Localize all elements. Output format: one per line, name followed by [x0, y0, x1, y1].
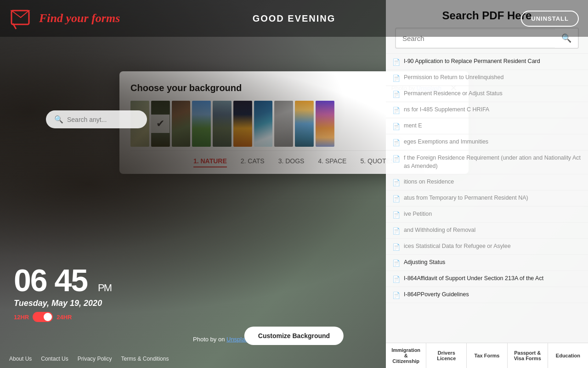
clock-date-bold: May 19, 2020	[51, 299, 102, 308]
greeting-text: GOOD EVENING	[253, 13, 336, 24]
bottom-tab[interactable]: Immigration & Citizenship	[386, 343, 426, 368]
logo-icon	[9, 6, 34, 31]
pdf-doc-icon: 📄	[392, 91, 400, 98]
clock-hours: 06	[14, 263, 47, 298]
toggle-knob	[44, 313, 52, 321]
pdf-item-text: itions on Residence	[404, 178, 454, 186]
pdf-item-text: eges Exemptions and Immunities	[404, 138, 488, 146]
svg-marker-1	[11, 11, 29, 17]
footer-link[interactable]: Privacy Policy	[78, 356, 112, 362]
pdf-list-item[interactable]: 📄 I-90 Application to Replace Permanent …	[386, 54, 588, 70]
pdf-item-text: Adjusting Status	[404, 259, 445, 267]
pdf-list-item[interactable]: 📄 Adjusting Status	[386, 255, 588, 271]
pdf-list-item[interactable]: 📄 ment E	[386, 118, 588, 134]
pdf-list-item[interactable]: 📄 ices Statistical Data for Refugee or A…	[386, 239, 588, 255]
left-search-bar: 🔍	[46, 110, 147, 128]
footer-link[interactable]: Terms & Conditions	[121, 356, 169, 362]
pdf-doc-icon: 📄	[392, 179, 400, 186]
clock-area: 06 45 PM Tuesday, May 19, 2020 12HR 24HR	[14, 264, 111, 322]
bottom-tab[interactable]: Passport & Visa Forms	[508, 343, 548, 368]
pdf-doc-icon: 📄	[392, 195, 400, 202]
pdf-doc-icon: 📄	[392, 243, 400, 251]
pdf-doc-icon: 📄	[392, 75, 400, 82]
footer: About UsContact UsPrivacy PolicyTerms & …	[0, 350, 386, 368]
left-search-icon: 🔍	[54, 115, 63, 124]
pdf-doc-icon: 📄	[392, 211, 400, 218]
pdf-doc-icon: 📄	[392, 139, 400, 146]
pdf-doc-icon: 📄	[392, 155, 400, 162]
photo-credit-bottom: Photo by on Unsplash	[193, 336, 251, 343]
pdf-item-text: f the Foreign Residence Requirement (und…	[404, 154, 582, 170]
clock-day: Tuesday,	[14, 299, 49, 308]
pdf-item-text: ive Petition	[404, 210, 432, 218]
photo-credit-text: Photo by on	[193, 336, 226, 343]
bottom-tab[interactable]: Drivers Licence	[426, 343, 467, 368]
pdf-item-text: ices Statistical Data for Refugee or Asy…	[404, 242, 511, 251]
pdf-doc-icon: 📄	[392, 276, 400, 283]
pdf-doc-icon: 📄	[392, 259, 400, 267]
pdf-item-text: ns for I-485 Supplement C HRIFA	[404, 106, 489, 114]
label-12hr: 12HR	[14, 314, 29, 321]
logo-text: Find your forms	[39, 12, 120, 25]
pdf-list-item[interactable]: 📄 and Withholding of Removal	[386, 223, 588, 239]
customize-background-button[interactable]: Customize Background	[244, 327, 344, 345]
bottom-tab[interactable]: Tax Forms	[467, 343, 507, 368]
pdf-list-item[interactable]: 📄 ive Petition	[386, 207, 588, 223]
right-panel: Search PDF Here 🔍 📄 I-90 Application to …	[386, 0, 588, 368]
clock-date: Tuesday, May 19, 2020	[14, 299, 111, 308]
pdf-list-item[interactable]: 📄 ns for I-485 Supplement C HRIFA	[386, 102, 588, 118]
footer-link[interactable]: Contact Us	[41, 356, 68, 362]
pdf-item-text: Permission to Return to Unrelinquished	[404, 74, 503, 82]
pdf-list-item[interactable]: 📄 atus from Temporary to Permanent Resid…	[386, 190, 588, 207]
pdf-doc-icon: 📄	[392, 107, 400, 114]
pdf-list-item[interactable]: 📄 f the Foreign Residence Requirement (u…	[386, 150, 588, 174]
clock-toggle: 12HR 24HR	[14, 312, 111, 322]
label-24hr: 24HR	[57, 314, 72, 321]
pdf-doc-icon: 📄	[392, 292, 400, 299]
clock-time: 06 45 PM	[14, 264, 111, 296]
pdf-item-text: ment E	[404, 122, 422, 130]
pdf-list-item[interactable]: 📄 Permission to Return to Unrelinquished	[386, 70, 588, 86]
pdf-list-item[interactable]: 📄 I-864Affidavit of Support Under Sectio…	[386, 271, 588, 287]
pdf-item-text: I-90 Application to Replace Permanent Re…	[404, 58, 540, 66]
clock-ampm: PM	[98, 282, 111, 293]
pdf-list-item[interactable]: 📄 eges Exemptions and Immunities	[386, 134, 588, 150]
pdf-list: 📄 I-90 Application to Replace Permanent …	[386, 54, 588, 343]
pdf-doc-icon: 📄	[392, 58, 400, 66]
header: Find your forms GOOD EVENING UNINSTALL	[0, 0, 588, 37]
footer-link[interactable]: About Us	[9, 356, 32, 362]
pdf-list-item[interactable]: 📄 Permanent Residence or Adjust Status	[386, 86, 588, 102]
clock-minutes: 45	[55, 263, 88, 298]
pdf-item-text: I-864Affidavit of Support Under Section …	[404, 275, 543, 283]
pdf-item-text: I-864PPoverty Guidelines	[404, 291, 469, 299]
time-toggle-switch[interactable]	[33, 312, 53, 322]
uninstall-button[interactable]: UNINSTALL	[521, 11, 579, 27]
pdf-doc-icon: 📄	[392, 227, 400, 235]
bottom-tab[interactable]: Education	[548, 343, 588, 368]
pdf-list-item[interactable]: 📄 I-864PPoverty Guidelines	[386, 287, 588, 303]
pdf-item-text: Permanent Residence or Adjust Status	[404, 90, 503, 98]
pdf-doc-icon: 📄	[392, 123, 400, 130]
bottom-tabs: Immigration & CitizenshipDrivers Licence…	[386, 343, 588, 368]
pdf-item-text: and Withholding of Removal	[404, 226, 475, 235]
left-search-input[interactable]	[67, 116, 139, 123]
pdf-item-text: atus from Temporary to Permanent Residen…	[404, 194, 528, 202]
pdf-list-item[interactable]: 📄 itions on Residence	[386, 174, 588, 190]
logo-area: Find your forms	[9, 6, 120, 31]
